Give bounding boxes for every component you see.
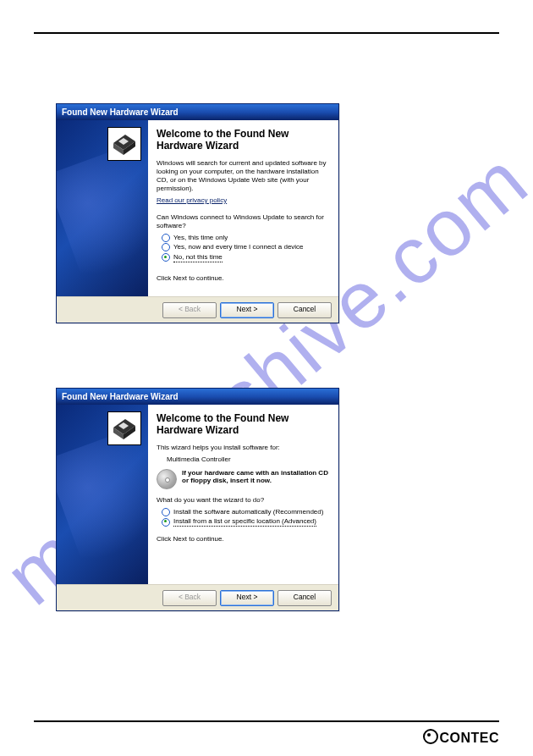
radio-option-auto[interactable]: Install the software automatically (Reco… — [162, 508, 330, 516]
radio-icon — [162, 234, 170, 242]
button-bar: < Back Next > Cancel — [57, 584, 338, 610]
radio-option-no[interactable]: No, not this time — [162, 253, 330, 262]
cancel-button[interactable]: Cancel — [277, 590, 332, 606]
radio-label: No, not this time — [173, 253, 223, 262]
radio-icon — [162, 508, 170, 516]
cancel-button[interactable]: Cancel — [277, 302, 332, 318]
next-button[interactable]: Next > — [220, 590, 274, 606]
next-button[interactable]: Next > — [220, 302, 274, 318]
cd-prompt-row: If your hardware came with an installati… — [157, 469, 330, 489]
radio-option-advanced[interactable]: Install from a list or specific location… — [162, 517, 330, 527]
wizard-heading: Welcome to the Found New Hardware Wizard — [157, 129, 330, 152]
question-text: Can Windows connect to Windows Update to… — [157, 213, 330, 230]
cd-icon — [157, 469, 177, 489]
dialog-body: Welcome to the Found New Hardware Wizard… — [57, 405, 338, 584]
privacy-link[interactable]: Read our privacy policy — [157, 196, 227, 204]
radio-label: Install the software automatically (Reco… — [173, 508, 323, 516]
dialog-content: Welcome to the Found New Hardware Wizard… — [148, 120, 338, 296]
device-name: Multimedia Controller — [167, 455, 330, 464]
radio-option-yes-once[interactable]: Yes, this time only — [162, 234, 330, 242]
radio-icon — [162, 518, 170, 527]
wizard-sidebar — [57, 120, 148, 296]
brand-ring-icon — [423, 729, 438, 744]
continue-text: Click Next to continue. — [157, 535, 330, 544]
radio-label: Install from a list or specific location… — [173, 517, 316, 527]
wizard-dialog-1: Found New Hardware Wizard Welcome to the… — [56, 103, 339, 323]
radio-option-yes-always[interactable]: Yes, now and every time I connect a devi… — [162, 243, 330, 251]
wizard-heading: Welcome to the Found New Hardware Wizard — [157, 413, 330, 437]
hardware-icon — [107, 411, 141, 445]
button-bar: < Back Next > Cancel — [57, 296, 338, 323]
back-button: < Back — [162, 590, 217, 606]
titlebar[interactable]: Found New Hardware Wizard — [57, 104, 338, 120]
cd-prompt-text: If your hardware came with an installati… — [182, 469, 330, 485]
question-text: What do you want the wizard to do? — [157, 496, 330, 505]
radio-label: Yes, this time only — [173, 234, 228, 242]
wizard-sidebar — [57, 405, 148, 584]
hardware-icon — [107, 127, 141, 161]
radio-icon — [162, 243, 170, 251]
document-page: manualshive.com Found New Hardware Wizar… — [0, 0, 533, 756]
wizard-dialog-2: Found New Hardware Wizard Welcome to the… — [56, 388, 339, 611]
brand-text: CONTEC — [439, 731, 499, 745]
intro-text: This wizard helps you install software f… — [157, 444, 330, 452]
continue-text: Click Next to continue. — [157, 274, 330, 283]
dialog-body: Welcome to the Found New Hardware Wizard… — [57, 120, 338, 296]
header-rule — [34, 32, 499, 34]
radio-group: Install the software automatically (Reco… — [162, 508, 330, 527]
dialog-content: Welcome to the Found New Hardware Wizard… — [148, 405, 338, 584]
titlebar[interactable]: Found New Hardware Wizard — [57, 389, 338, 405]
radio-group: Yes, this time only Yes, now and every t… — [162, 234, 330, 262]
footer-rule — [34, 720, 499, 722]
radio-icon — [162, 253, 170, 262]
footer-brand: CONTEC — [423, 727, 499, 746]
intro-text: Windows will search for current and upda… — [157, 159, 330, 193]
radio-label: Yes, now and every time I connect a devi… — [173, 243, 304, 251]
back-button: < Back — [162, 302, 217, 318]
